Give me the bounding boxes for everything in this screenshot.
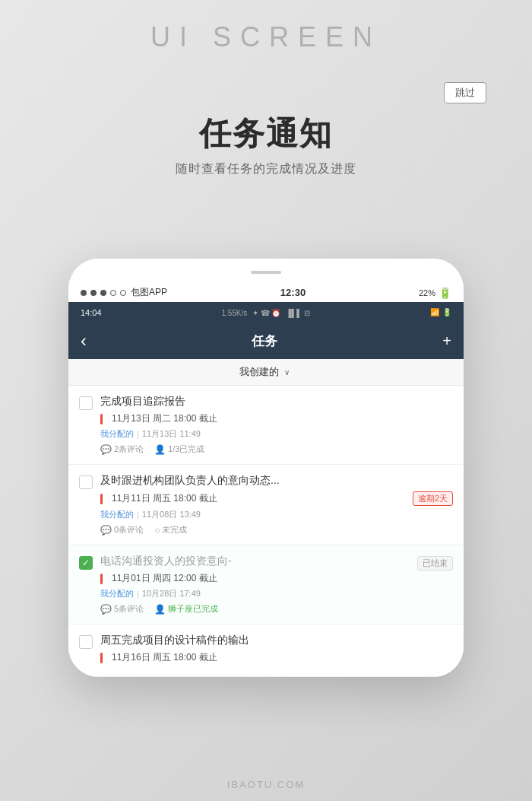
inner-status-right: 📶 🔋	[430, 308, 451, 316]
filter-bar[interactable]: 我创建的 ∨	[68, 359, 464, 386]
task-assigned-3: 我分配的 | 10月28日 17:49	[100, 588, 453, 599]
ended-badge-3: 已结束	[417, 556, 453, 571]
comment-count-2: 💬 0条评论	[100, 524, 144, 536]
task-content-3: 电话沟通投资人的投资意向- 已结束 11月01日 周四 12:00 截止 我分配…	[100, 555, 453, 615]
task-assigned-2: 我分配的 | 11月08日 13:49	[100, 509, 453, 520]
dot1	[81, 290, 87, 296]
ios-status-bar: 包图APP 12:30 22% 🔋	[68, 280, 464, 302]
task-assigned-1: 我分配的 | 11月13日 11:49	[100, 428, 453, 440]
main-title: 任务通知	[176, 113, 356, 155]
outer-title-area: 任务通知 随时查看任务的完成情况及进度	[176, 113, 356, 177]
task-content-4: 周五完成项目的设计稿件的输出 11月16日 周五 18:00 截止	[100, 634, 453, 667]
task-deadline-1: 11月13日 周二 18:00 截止	[100, 412, 453, 425]
filter-arrow: ∨	[284, 368, 290, 377]
signal-dots	[81, 290, 126, 296]
dot5	[120, 290, 126, 296]
skip-button[interactable]: 跳过	[444, 82, 486, 103]
task-list: 完成项目追踪报告 11月13日 周二 18:00 截止 我分配的 | 11月13…	[68, 386, 464, 677]
dot2	[90, 290, 97, 296]
task-item-2[interactable]: 及时跟进机构团队负责人的意向动态... 11月11日 周五 18:00 截止 逾…	[68, 465, 464, 545]
phone-mockup: 包图APP 12:30 22% 🔋 14:04 1.55K/s ✦ ☎ ⏰ ▐▌…	[68, 259, 464, 677]
task-title-2: 及时跟进机构团队负责人的意向动态...	[100, 474, 453, 488]
task-checkbox-3[interactable]: ✓	[79, 556, 93, 570]
ios-time: 12:30	[280, 287, 306, 298]
deadline-bar-2	[100, 494, 103, 504]
inner-time: 14:04	[81, 308, 102, 317]
task-checkbox-4[interactable]	[79, 635, 93, 649]
task-meta-2: 💬 0条评论 ○ 未完成	[100, 524, 453, 536]
progress-1: 👤 1/3已完成	[154, 443, 204, 455]
comment-count-1: 💬 2条评论	[100, 443, 144, 455]
deadline-bar-1	[100, 414, 103, 424]
task-content-2: 及时跟进机构团队负责人的意向动态... 11月11日 周五 18:00 截止 逾…	[100, 474, 453, 536]
inner-status-center: 1.55K/s ✦ ☎ ⏰ ▐▌▌ ⊟	[221, 307, 310, 318]
dot4	[110, 290, 116, 296]
sub-title: 随时查看任务的完成情况及进度	[176, 161, 356, 177]
task-meta-1: 💬 2条评论 👤 1/3已完成	[100, 443, 453, 455]
task-title-3: 电话沟通投资人的投资意向-	[100, 555, 232, 568]
deadline-bar-4	[100, 653, 103, 663]
task-content-1: 完成项目追踪报告 11月13日 周二 18:00 截止 我分配的 | 11月13…	[100, 395, 453, 455]
task-item-4[interactable]: 周五完成项目的设计稿件的输出 11月16日 周五 18:00 截止	[68, 625, 464, 677]
ios-battery: 22% 🔋	[419, 287, 451, 299]
progress-2: ○ 未完成	[154, 524, 187, 536]
inner-status-bar: 14:04 1.55K/s ✦ ☎ ⏰ ▐▌▌ ⊟ 📶 🔋	[68, 302, 464, 323]
filter-label: 我创建的	[239, 366, 279, 377]
overdue-badge-2: 逾期2天	[413, 491, 453, 506]
task-deadline-4: 11月16日 周五 18:00 截止	[100, 651, 453, 664]
deadline-bar-3	[100, 574, 103, 584]
inner-status-left: 14:04	[81, 308, 102, 317]
dot3	[100, 290, 106, 296]
task-title-1: 完成项目追踪报告	[100, 395, 453, 408]
task-meta-3: 💬 5条评论 👤 狮子座已完成	[100, 603, 453, 615]
task-checkbox-1[interactable]	[79, 396, 93, 410]
task-title-4: 周五完成项目的设计稿件的输出	[100, 634, 453, 647]
task-checkbox-2[interactable]	[79, 475, 93, 489]
task-item-3[interactable]: ✓ 电话沟通投资人的投资意向- 已结束 11月01日 周四 12:00 截止 我…	[68, 545, 464, 625]
nav-bar: ‹ 任务 +	[68, 323, 464, 359]
back-button[interactable]: ‹	[81, 330, 87, 351]
task-deadline-2: 11月11日 周五 18:00 截止 逾期2天	[100, 491, 453, 506]
page-bg-title: UI SCREEN	[150, 21, 382, 53]
progress-3: 👤 狮子座已完成	[154, 603, 218, 615]
add-button[interactable]: +	[442, 332, 451, 350]
nav-title: 任务	[252, 332, 277, 350]
scroll-hint	[251, 271, 281, 274]
task-deadline-3: 11月01日 周四 12:00 截止	[100, 572, 453, 585]
app-name: 包图APP	[131, 286, 167, 299]
comment-count-3: 💬 5条评论	[100, 603, 144, 615]
bottom-label: IBAOTU.COM	[227, 779, 305, 790]
task-item-1[interactable]: 完成项目追踪报告 11月13日 周二 18:00 截止 我分配的 | 11月13…	[68, 386, 464, 465]
